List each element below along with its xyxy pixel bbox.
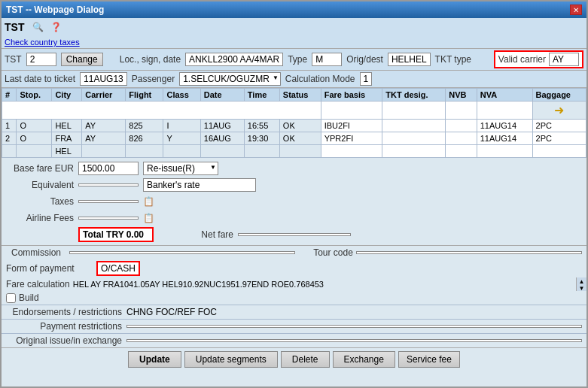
main-window: TST -- Webpage Dialog ✕ TST 🔍 ❓ Check co… (0, 0, 588, 388)
help-icon[interactable]: ❓ (48, 20, 63, 35)
titlebar: TST -- Webpage Dialog ✕ (2, 2, 586, 18)
main-toolbar: TST 2 Change Loc., sign, date ANKLL2900 … (2, 48, 586, 71)
calc-mode-value: 1 (360, 72, 373, 86)
last-date-value: 11AUG13 (80, 72, 127, 86)
search-icon[interactable]: 🔍 (30, 20, 45, 35)
col-carrier: Carrier (82, 89, 126, 102)
passenger-value: 1.SELCUK/OGUZMR (183, 74, 270, 84)
endorsements-row: Endorsements / restrictions CHNG FOC/REF… (2, 305, 586, 319)
build-checkbox[interactable] (6, 293, 16, 303)
check-country-link[interactable]: Check country taxes (5, 38, 80, 47)
payment-restrictions-row: Payment restrictions (2, 319, 586, 333)
form-payment-label: Form of payment (6, 263, 96, 274)
tkt-type-label: TKT type (435, 54, 471, 65)
fare-basis-header (321, 102, 382, 120)
commission-label: Commission (6, 247, 66, 258)
commission-input[interactable] (69, 251, 295, 254)
base-fare-label: Base fare EUR (6, 163, 74, 174)
last-date-label: Last date to ticket (5, 74, 75, 84)
col-baggage: Baggage (532, 89, 586, 102)
col-stop: Stop. (17, 89, 52, 102)
fare-calc-label: Fare calculation (6, 279, 70, 289)
passenger-label: Passenger (132, 74, 175, 84)
update-segments-button[interactable]: Update segments (184, 351, 278, 368)
equivalent-label: Equivalent (6, 180, 74, 190)
arrow-cell (2, 102, 321, 120)
airline-fees-value[interactable] (78, 217, 139, 220)
base-fare-row: Base fare EUR 1500.00 Re-issue(R) (6, 161, 582, 176)
col-nvb: NVB (446, 89, 477, 102)
valid-carrier-value: AY (549, 53, 579, 66)
original-issue-input[interactable] (126, 339, 582, 342)
net-fare-value[interactable] (238, 233, 351, 236)
table-row: 2 O FRA AY 826 Y 16AUG 19:30 OK YPR2FI 1… (2, 132, 586, 145)
tst-number: 2 (26, 53, 56, 66)
nva-header (477, 102, 532, 120)
col-status: Status (279, 89, 321, 102)
total-label: Total TRY (83, 229, 124, 240)
table-row: 1 O HEL AY 825 I 11AUG 16:55 OK IBU2FI 1… (2, 120, 586, 132)
service-fee-button[interactable]: Service fee (398, 351, 460, 368)
base-fare-value[interactable]: 1500.00 (78, 162, 139, 175)
baggage-arrow-cell: ➜ (532, 102, 586, 120)
col-city: City (52, 89, 82, 102)
scroll-down-icon[interactable]: ▼ (579, 285, 585, 292)
taxes-row: Taxes 📋 (6, 194, 582, 209)
loc-value: ANKLL2900 AA/4MAR (185, 53, 283, 66)
equivalent-value[interactable] (78, 183, 139, 186)
close-button[interactable]: ✕ (570, 5, 582, 15)
flight-table: # Stop. City Carrier Flight Class Date T… (2, 88, 586, 158)
orig-dest-value: HELHEL (388, 53, 431, 66)
loc-sign-date-label: Loc., sign, date (120, 54, 181, 65)
tst-header: TST 🔍 ❓ (2, 18, 586, 36)
exchange-button[interactable]: Exchange (333, 351, 395, 368)
passenger-dropdown[interactable]: 1.SELCUK/OGUZMR (179, 72, 281, 86)
airline-fees-notes-icon[interactable]: 📋 (143, 213, 154, 223)
window-title: TST -- Webpage Dialog (6, 5, 104, 15)
payment-restrictions-input[interactable] (126, 325, 582, 328)
taxes-notes-icon[interactable]: 📋 (143, 196, 154, 207)
bottom-buttons: Update Update segments Delete Exchange S… (2, 347, 586, 371)
fare-section: Base fare EUR 1500.00 Re-issue(R) Equiva… (2, 158, 586, 245)
col-nva: NVA (477, 89, 532, 102)
tour-code-label: Tour code (313, 247, 353, 258)
fare-calc-row: Fare calculation HEL AY FRA1041.05AY HEL… (2, 277, 586, 291)
col-flight: Flight (126, 89, 163, 102)
reissue-label: Re-issue(R) (147, 163, 195, 174)
col-tkt-desig: TKT desig. (382, 89, 446, 102)
header-icons: 🔍 ❓ (30, 20, 63, 35)
taxes-label: Taxes (6, 196, 74, 207)
form-payment-value[interactable]: O/CASH (96, 261, 140, 276)
table-row: HEL (2, 145, 586, 158)
build-row: Build (2, 291, 586, 305)
change-button[interactable]: Change (61, 53, 103, 66)
bankers-rate: Banker's rate (143, 178, 256, 192)
col-date: Date (200, 89, 244, 102)
tkt-desig-header (382, 102, 446, 120)
check-country-row: Check country taxes (2, 36, 586, 48)
info-row: Last date to ticket 11AUG13 Passenger 1.… (2, 71, 586, 88)
valid-carrier-label: Valid carrier (498, 54, 546, 65)
orig-dest-label: Orig/dest (346, 54, 383, 65)
total-row: Total TRY 0.00 Net fare (6, 227, 582, 242)
scroll-up-icon[interactable]: ▲ (579, 278, 585, 285)
reissue-dropdown[interactable]: Re-issue(R) (143, 162, 218, 175)
payment-restrictions-label: Payment restrictions (6, 321, 126, 332)
original-issue-label: Original issue/in exchange (6, 335, 126, 346)
tour-code-input[interactable] (356, 251, 582, 254)
original-issue-row: Original issue/in exchange (2, 333, 586, 347)
total-box: Total TRY 0.00 (78, 227, 154, 242)
taxes-value[interactable] (78, 200, 139, 203)
endorsements-label: Endorsements / restrictions (6, 307, 126, 317)
col-fare-basis: Fare basis (321, 89, 382, 102)
net-fare-label: Net fare (166, 229, 233, 240)
endorsements-section: Endorsements / restrictions CHNG FOC/REF… (2, 305, 586, 347)
airline-fees-row: Airline Fees 📋 (6, 211, 582, 226)
endorsements-value: CHNG FOC/REF FOC (126, 307, 217, 317)
type-label: Type (288, 54, 307, 65)
content-area: TST 🔍 ❓ Check country taxes TST 2 Change… (2, 18, 586, 386)
update-button[interactable]: Update (128, 351, 181, 368)
delete-button[interactable]: Delete (281, 351, 330, 368)
col-num: # (2, 89, 17, 102)
col-time: Time (244, 89, 279, 102)
